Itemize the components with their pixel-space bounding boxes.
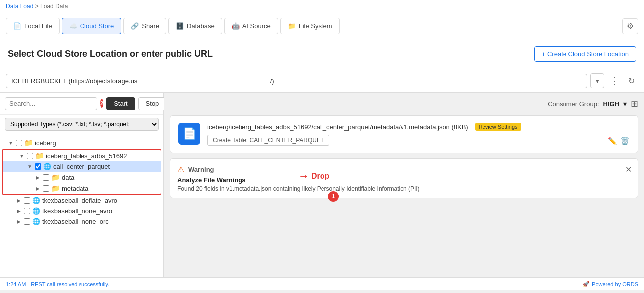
globe-icon-tkex-none-avro: 🌐 <box>32 207 40 215</box>
edit-file-button[interactable]: ✏️ <box>608 137 617 146</box>
warning-header-label: Warning <box>188 166 214 173</box>
globe-icon-tkex-none-orc: 🌐 <box>32 218 40 225</box>
checkbox-data[interactable] <box>43 174 49 181</box>
checkbox-tkex-none-orc[interactable] <box>24 218 30 225</box>
right-panel: Consumer Group: HIGH ▾ ⊞ 📄 iceberg/icebe… <box>164 93 644 277</box>
label-tkex-none-avro: tkexbaseball_none_avro <box>42 207 112 215</box>
file-icon: 📄 <box>178 123 200 145</box>
database-icon: 🗄️ <box>176 22 184 30</box>
filter-bar: Supported Types (*.csv; *.txt; *.tsv; *.… <box>0 115 163 134</box>
warning-title: Analyze File Warnings <box>177 176 631 184</box>
label-iceberg-tables: iceberg_tables_adbs_51692 <box>46 152 127 160</box>
ai-source-icon: 🤖 <box>232 22 240 30</box>
tree-area: ▼ 📁 iceberg ▼ 📁 iceberg_tables_adbs_5169… <box>0 134 163 277</box>
checkbox-iceberg[interactable] <box>16 140 22 146</box>
label-tkex-deflate: tkexbaseball_deflate_avro <box>42 197 117 204</box>
rocket-icon: 🚀 <box>583 281 590 287</box>
tab-database[interactable]: 🗄️ Database <box>168 18 222 34</box>
checkbox-tkex-deflate[interactable] <box>24 197 30 204</box>
consumer-group-label: Consumer Group: <box>548 100 599 108</box>
globe-icon-tkex-deflate: 🌐 <box>32 197 40 204</box>
status-message[interactable]: 1:24 AM - REST call resolved successfull… <box>6 281 109 287</box>
tree-item-tkex-none-orc[interactable]: ▶ 🌐 tkexbaseball_none_orc <box>0 216 163 227</box>
file-card-actions: ✏️ 🗑️ <box>608 137 630 146</box>
file-path: iceberg/iceberg_tables_adbs_51692/call_c… <box>207 123 468 131</box>
header-bar: Select Cloud Store Location or enter pub… <box>0 39 644 69</box>
start-button[interactable]: Start <box>106 97 135 110</box>
tree-item-iceberg[interactable]: ▼ 📁 iceberg <box>0 137 163 148</box>
warning-box: ⚠ Warning ✕ Analyze File Warnings Found … <box>170 158 638 198</box>
review-settings-badge[interactable]: Review Settings <box>475 123 521 131</box>
label-tkex-none-orc: tkexbaseball_none_orc <box>42 218 109 225</box>
tree-item-metadata[interactable]: ▶ 📁 metadata <box>3 183 161 194</box>
label-data: data <box>62 174 74 181</box>
globe-icon-call-center: 🌐 <box>43 163 51 170</box>
folder-icon-iceberg: 📁 <box>24 139 33 147</box>
label-iceberg: iceberg <box>35 139 56 147</box>
tree-item-tkex-deflate[interactable]: ▶ 🌐 tkexbaseball_deflate_avro <box>0 195 163 206</box>
tab-local-file[interactable]: 📄 Local File <box>6 18 60 34</box>
ords-link[interactable]: 🚀 Powered by ORDS <box>583 281 638 287</box>
toggle-tkex-deflate[interactable]: ▶ <box>16 198 22 203</box>
tab-cloud-store[interactable]: ☁️ Cloud Store <box>62 18 122 34</box>
label-call-center: call_center_parquet <box>53 163 110 170</box>
breadcrumb: Data Load > Load Data <box>0 0 644 13</box>
label-metadata: metadata <box>62 185 88 192</box>
badge-2: 2 <box>100 99 103 108</box>
grid-view-button[interactable]: ⊞ <box>631 98 638 109</box>
search-input[interactable] <box>5 97 97 110</box>
breadcrumb-parent[interactable]: Data Load <box>6 3 33 10</box>
warning-body: Found 20 fields in v1.metadata.json cont… <box>177 185 631 192</box>
breadcrumb-current: Load Data <box>40 3 68 10</box>
settings-button[interactable]: ⚙ <box>622 18 638 34</box>
local-file-icon: 📄 <box>13 22 21 30</box>
tree-item-tkex-none-avro[interactable]: ▶ 🌐 tkexbaseball_none_avro <box>0 206 163 216</box>
folder-icon-metadata: 📁 <box>51 184 60 192</box>
checkbox-tkex-none-avro[interactable] <box>24 208 30 214</box>
url-bar: ▾ ⋮ ↻ <box>0 69 644 93</box>
file-system-icon: 📁 <box>288 22 296 30</box>
create-cloud-store-button[interactable]: + Create Cloud Store Location <box>534 46 636 62</box>
url-dropdown-button[interactable]: ▾ <box>590 73 604 88</box>
stop-button[interactable]: Stop <box>138 97 166 110</box>
toggle-iceberg-tables[interactable]: ▼ <box>19 153 25 159</box>
checkbox-iceberg-tables[interactable] <box>27 153 33 159</box>
warning-icon: ⚠ <box>177 165 184 174</box>
folder-icon-data: 📁 <box>51 173 60 181</box>
folder-icon-iceberg-tables: 📁 <box>35 152 44 160</box>
consumer-group-dropdown[interactable]: ▾ <box>623 100 627 108</box>
left-panel: 2 Start Stop 🗑 📄 Supported Types (*.csv;… <box>0 93 164 277</box>
tab-share[interactable]: 🔗 Share <box>123 18 166 34</box>
tree-item-call-center[interactable]: ▼ 🌐 call_center_parquet <box>3 161 161 172</box>
page-title: Select Cloud Store Location or enter pub… <box>8 49 213 59</box>
url-more-button[interactable]: ⋮ <box>607 73 621 88</box>
toggle-tkex-none-orc[interactable]: ▶ <box>16 219 22 224</box>
toggle-metadata[interactable]: ▶ <box>35 186 41 191</box>
tree-item-iceberg-tables[interactable]: ▼ 📁 iceberg_tables_adbs_51692 <box>3 150 161 161</box>
share-icon: 🔗 <box>131 22 139 30</box>
create-table-pill[interactable]: Create Table: CALL_CENTER_PARQUET <box>207 135 329 146</box>
warning-header: ⚠ Warning <box>177 165 631 174</box>
status-bar: 1:24 AM - REST call resolved successfull… <box>0 277 644 290</box>
url-refresh-button[interactable]: ↻ <box>624 73 638 88</box>
checkbox-call-center[interactable] <box>35 163 41 170</box>
toggle-tkex-none-avro[interactable]: ▶ <box>16 208 22 214</box>
tab-file-system[interactable]: 📁 File System <box>280 18 340 34</box>
toggle-iceberg[interactable]: ▼ <box>8 140 14 146</box>
toggle-call-center[interactable]: ▼ <box>27 164 33 169</box>
search-toolbar: 2 Start Stop 🗑 📄 <box>0 93 163 115</box>
warning-close-button[interactable]: ✕ <box>625 165 632 174</box>
tree-item-data[interactable]: ▶ 📁 data <box>3 172 161 183</box>
checkbox-metadata[interactable] <box>43 185 49 192</box>
delete-file-button[interactable]: 🗑️ <box>620 137 630 146</box>
cloud-store-icon: ☁️ <box>69 22 77 30</box>
url-input[interactable] <box>6 74 587 88</box>
tab-ai-source[interactable]: 🤖 AI Source <box>224 18 278 34</box>
consumer-group-value: HIGH <box>603 100 620 108</box>
tab-bar: 📄 Local File ☁️ Cloud Store 🔗 Share 🗄️ D… <box>0 13 644 39</box>
breadcrumb-separator: > <box>35 3 39 10</box>
toggle-data[interactable]: ▶ <box>35 175 41 180</box>
file-card: 📄 iceberg/iceberg_tables_adbs_51692/call… <box>170 115 638 153</box>
file-type-filter[interactable]: Supported Types (*.csv; *.txt; *.tsv; *.… <box>5 118 159 131</box>
file-info: iceberg/iceberg_tables_adbs_51692/call_c… <box>207 123 601 146</box>
